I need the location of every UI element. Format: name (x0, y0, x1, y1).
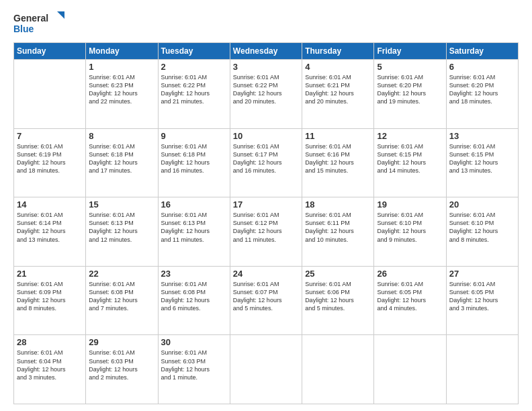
weekday-header-saturday: Saturday (446, 43, 518, 60)
day-info: Sunrise: 6:01 AM Sunset: 6:22 PM Dayligh… (161, 73, 227, 106)
calendar-cell: 3Sunrise: 6:01 AM Sunset: 6:22 PM Daylig… (230, 60, 302, 129)
day-info: Sunrise: 6:01 AM Sunset: 6:07 PM Dayligh… (233, 280, 299, 313)
svg-marker-2 (57, 11, 64, 19)
day-number: 23 (161, 269, 227, 279)
week-row-4: 21Sunrise: 6:01 AM Sunset: 6:09 PM Dayli… (14, 266, 519, 335)
calendar-cell (302, 335, 374, 404)
calendar-cell (446, 335, 518, 404)
day-number: 6 (449, 62, 515, 72)
week-row-5: 28Sunrise: 6:01 AM Sunset: 6:04 PM Dayli… (14, 335, 519, 404)
day-number: 11 (305, 131, 371, 141)
day-number: 3 (233, 62, 299, 72)
calendar-cell (14, 60, 86, 129)
day-info: Sunrise: 6:01 AM Sunset: 6:05 PM Dayligh… (377, 280, 443, 313)
weekday-header-wednesday: Wednesday (230, 43, 302, 60)
calendar-cell: 6Sunrise: 6:01 AM Sunset: 6:20 PM Daylig… (446, 60, 518, 129)
day-info: Sunrise: 6:01 AM Sunset: 6:03 PM Dayligh… (161, 349, 227, 381)
day-number: 24 (233, 269, 299, 279)
day-info: Sunrise: 6:01 AM Sunset: 6:21 PM Dayligh… (305, 73, 371, 106)
day-info: Sunrise: 6:01 AM Sunset: 6:23 PM Dayligh… (89, 73, 154, 106)
weekday-header-tuesday: Tuesday (158, 43, 230, 60)
calendar-cell: 15Sunrise: 6:01 AM Sunset: 6:13 PM Dayli… (86, 197, 158, 267)
day-number: 16 (161, 199, 227, 210)
week-row-1: 1Sunrise: 6:01 AM Sunset: 6:23 PM Daylig… (14, 60, 519, 129)
calendar-cell: 13Sunrise: 6:01 AM Sunset: 6:15 PM Dayli… (446, 128, 518, 197)
calendar-cell: 7Sunrise: 6:01 AM Sunset: 6:19 PM Daylig… (14, 128, 86, 197)
calendar-cell: 2Sunrise: 6:01 AM Sunset: 6:22 PM Daylig… (158, 60, 230, 129)
calendar-cell: 18Sunrise: 6:01 AM Sunset: 6:11 PM Dayli… (302, 197, 374, 267)
weekday-header-friday: Friday (374, 43, 446, 60)
day-number: 12 (377, 131, 443, 141)
calendar-cell: 17Sunrise: 6:01 AM Sunset: 6:12 PM Dayli… (230, 197, 302, 267)
day-number: 18 (305, 199, 371, 210)
calendar-cell: 8Sunrise: 6:01 AM Sunset: 6:18 PM Daylig… (86, 128, 158, 197)
day-info: Sunrise: 6:01 AM Sunset: 6:11 PM Dayligh… (305, 211, 371, 244)
calendar-cell: 9Sunrise: 6:01 AM Sunset: 6:18 PM Daylig… (158, 128, 230, 197)
day-number: 25 (305, 269, 371, 279)
calendar-cell: 28Sunrise: 6:01 AM Sunset: 6:04 PM Dayli… (14, 335, 86, 404)
day-info: Sunrise: 6:01 AM Sunset: 6:13 PM Dayligh… (89, 211, 154, 244)
week-row-3: 14Sunrise: 6:01 AM Sunset: 6:14 PM Dayli… (14, 197, 519, 267)
day-info: Sunrise: 6:01 AM Sunset: 6:05 PM Dayligh… (449, 280, 515, 313)
day-info: Sunrise: 6:01 AM Sunset: 6:08 PM Dayligh… (89, 280, 154, 313)
day-number: 9 (161, 131, 227, 141)
calendar-cell: 29Sunrise: 6:01 AM Sunset: 6:03 PM Dayli… (86, 335, 158, 404)
page: General Blue SundayMondayTuesdayWednesda… (0, 0, 532, 411)
day-info: Sunrise: 6:01 AM Sunset: 6:15 PM Dayligh… (377, 142, 443, 175)
weekday-header-monday: Monday (86, 43, 158, 60)
header: General Blue (13, 10, 519, 37)
logo-svg: General Blue (13, 10, 67, 37)
day-number: 15 (89, 199, 154, 210)
calendar-cell: 30Sunrise: 6:01 AM Sunset: 6:03 PM Dayli… (158, 335, 230, 404)
day-info: Sunrise: 6:01 AM Sunset: 6:16 PM Dayligh… (305, 142, 371, 175)
day-info: Sunrise: 6:01 AM Sunset: 6:04 PM Dayligh… (17, 349, 83, 381)
day-info: Sunrise: 6:01 AM Sunset: 6:12 PM Dayligh… (233, 211, 299, 244)
day-number: 4 (305, 62, 371, 72)
day-info: Sunrise: 6:01 AM Sunset: 6:14 PM Dayligh… (17, 211, 83, 244)
day-info: Sunrise: 6:01 AM Sunset: 6:08 PM Dayligh… (161, 280, 227, 313)
day-number: 8 (89, 131, 154, 141)
day-info: Sunrise: 6:01 AM Sunset: 6:06 PM Dayligh… (305, 280, 371, 313)
day-info: Sunrise: 6:01 AM Sunset: 6:19 PM Dayligh… (17, 142, 83, 175)
day-info: Sunrise: 6:01 AM Sunset: 6:09 PM Dayligh… (17, 280, 83, 313)
day-number: 28 (17, 337, 83, 347)
calendar-cell: 19Sunrise: 6:01 AM Sunset: 6:10 PM Dayli… (374, 197, 446, 267)
calendar-cell: 21Sunrise: 6:01 AM Sunset: 6:09 PM Dayli… (14, 266, 86, 335)
calendar-cell: 23Sunrise: 6:01 AM Sunset: 6:08 PM Dayli… (158, 266, 230, 335)
calendar-cell: 26Sunrise: 6:01 AM Sunset: 6:05 PM Dayli… (374, 266, 446, 335)
calendar-cell: 24Sunrise: 6:01 AM Sunset: 6:07 PM Dayli… (230, 266, 302, 335)
weekday-header-row: SundayMondayTuesdayWednesdayThursdayFrid… (14, 43, 519, 60)
calendar-cell: 11Sunrise: 6:01 AM Sunset: 6:16 PM Dayli… (302, 128, 374, 197)
day-number: 5 (377, 62, 443, 72)
calendar-cell: 10Sunrise: 6:01 AM Sunset: 6:17 PM Dayli… (230, 128, 302, 197)
day-number: 2 (161, 62, 227, 72)
day-info: Sunrise: 6:01 AM Sunset: 6:10 PM Dayligh… (377, 211, 443, 244)
calendar-cell (374, 335, 446, 404)
day-info: Sunrise: 6:01 AM Sunset: 6:18 PM Dayligh… (161, 142, 227, 175)
day-number: 1 (89, 62, 154, 72)
svg-text:General: General (13, 13, 48, 24)
day-number: 14 (17, 199, 83, 210)
weekday-header-thursday: Thursday (302, 43, 374, 60)
day-number: 7 (17, 131, 83, 141)
day-info: Sunrise: 6:01 AM Sunset: 6:22 PM Dayligh… (233, 73, 299, 106)
day-info: Sunrise: 6:01 AM Sunset: 6:20 PM Dayligh… (449, 73, 515, 106)
calendar-cell: 12Sunrise: 6:01 AM Sunset: 6:15 PM Dayli… (374, 128, 446, 197)
calendar-table: SundayMondayTuesdayWednesdayThursdayFrid… (13, 42, 519, 404)
day-number: 10 (233, 131, 299, 141)
calendar-cell: 20Sunrise: 6:01 AM Sunset: 6:10 PM Dayli… (446, 197, 518, 267)
day-info: Sunrise: 6:01 AM Sunset: 6:20 PM Dayligh… (377, 73, 443, 106)
calendar-cell: 25Sunrise: 6:01 AM Sunset: 6:06 PM Dayli… (302, 266, 374, 335)
day-number: 27 (449, 269, 515, 279)
calendar-cell (230, 335, 302, 404)
calendar-cell: 14Sunrise: 6:01 AM Sunset: 6:14 PM Dayli… (14, 197, 86, 267)
calendar-cell: 4Sunrise: 6:01 AM Sunset: 6:21 PM Daylig… (302, 60, 374, 129)
calendar-cell: 27Sunrise: 6:01 AM Sunset: 6:05 PM Dayli… (446, 266, 518, 335)
day-info: Sunrise: 6:01 AM Sunset: 6:18 PM Dayligh… (89, 142, 154, 175)
day-number: 13 (449, 131, 515, 141)
day-number: 17 (233, 199, 299, 210)
day-number: 19 (377, 199, 443, 210)
calendar-cell: 1Sunrise: 6:01 AM Sunset: 6:23 PM Daylig… (86, 60, 158, 129)
day-number: 20 (449, 199, 515, 210)
logo: General Blue (13, 10, 67, 37)
